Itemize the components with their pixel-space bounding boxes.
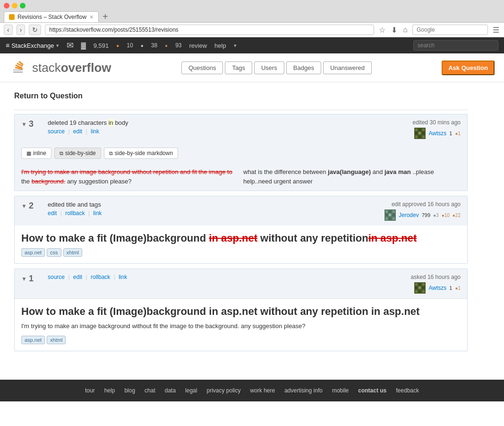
rev-1-number: ▼ 1 (21, 274, 40, 284)
rev-3-author-link[interactable]: Awtszs (428, 130, 446, 137)
reload-button[interactable]: ↻ (29, 25, 41, 35)
right-text-4: and (373, 168, 384, 175)
browser-search-input[interactable] (412, 25, 488, 35)
footer-chat[interactable]: chat (145, 387, 155, 394)
rev-2-content: edited title and tags edit | rollback | … (48, 201, 384, 217)
footer-advertising[interactable]: advertising info (284, 387, 323, 394)
inline-btn[interactable]: ▦ inline (21, 148, 51, 159)
right-java1: java(language) (328, 168, 371, 175)
svg-rect-0 (13, 71, 23, 73)
rev-3-source-link[interactable]: source (48, 128, 65, 135)
svg-rect-12 (422, 132, 425, 134)
rev-2-avatar (384, 209, 396, 221)
rev-1-link-link[interactable]: link (119, 274, 127, 280)
right-text-1: what is (243, 168, 262, 175)
footer-tour[interactable]: tour (85, 387, 95, 394)
svg-rect-27 (415, 283, 418, 286)
url-bar[interactable] (45, 25, 374, 35)
rev-1-avatar (414, 282, 426, 294)
active-tab[interactable]: Revisions – Stack Overflow ✕ (4, 11, 99, 22)
svg-rect-29 (422, 283, 425, 286)
home-icon[interactable]: ⌂ (402, 26, 409, 34)
tags-nav-btn[interactable]: Tags (225, 61, 252, 74)
footer-legal[interactable]: legal (185, 387, 197, 394)
rev-1-tag-aspnet[interactable]: asp.net (21, 336, 45, 344)
tag-aspnet[interactable]: asp.net (21, 248, 45, 257)
rev-1-edit-link[interactable]: edit (73, 274, 82, 280)
rev-2-author-link[interactable]: Jerodev (399, 212, 419, 218)
badges-nav-btn[interactable]: Badges (286, 61, 321, 74)
forward-button[interactable]: › (17, 25, 26, 35)
rev-1-tags: asp.net xhtml (21, 336, 461, 344)
ask-question-button[interactable]: Ask Question (442, 61, 495, 75)
rev-2-edit-link[interactable]: edit (48, 210, 57, 217)
so-nav: Questions Tags Users Badges Unanswered (181, 61, 372, 74)
footer-help[interactable]: help (104, 387, 115, 394)
help-dropdown-icon[interactable]: ▾ (234, 43, 237, 49)
rev-2-rollback-link[interactable]: rollback (65, 210, 85, 217)
tab-close-button[interactable]: ✕ (89, 14, 94, 20)
footer-contact[interactable]: contact us (358, 387, 386, 394)
rev-3-edit-link[interactable]: edit (73, 128, 82, 135)
rev-2-title-mid: without any repetition (257, 232, 368, 244)
rev-2-bronze2: ●22 (453, 213, 461, 218)
achievements-icon[interactable]: ▓ (81, 42, 86, 49)
se-dropdown-icon[interactable]: ▾ (56, 43, 59, 49)
rev-1-tag-xhtml[interactable]: xhtml (47, 336, 66, 344)
back-button[interactable]: ‹ (4, 25, 13, 35)
svg-rect-8 (419, 129, 421, 131)
minimize-dot[interactable] (12, 3, 17, 9)
so-logo-text: stackoverflow (32, 61, 111, 75)
rev-1-author-block: Awtszs 1 ●1 (411, 282, 461, 294)
close-dot[interactable] (4, 3, 9, 9)
users-nav-btn[interactable]: Users (254, 61, 284, 74)
rev-1-arrow: ▼ (21, 276, 27, 282)
review-link[interactable]: review (189, 42, 207, 49)
side-by-side-btn[interactable]: ⧉ side-by-side (54, 148, 101, 159)
right-text-3: difference between (274, 168, 328, 175)
browser-chrome: Revisions – Stack Overflow ✕ + ‹ › ↻ ☆ ⬇… (0, 0, 504, 37)
tag-xhtml[interactable]: xhtml (63, 248, 82, 257)
return-to-question-link[interactable]: Return to Question (14, 92, 468, 100)
rev-1-meta: asked 16 hours ago Awtszs (411, 274, 461, 294)
svg-rect-17 (385, 210, 388, 213)
footer-privacy[interactable]: privacy policy (206, 387, 240, 394)
rev-2-link-link[interactable]: link (93, 210, 102, 217)
se-search-input[interactable] (413, 40, 498, 51)
rev-1-rollback-link[interactable]: rollback (91, 274, 110, 280)
menu-icon[interactable]: ☰ (492, 26, 500, 35)
bronze-dot: ● (165, 43, 168, 48)
rev-1-title: How to make a fit (Image)background in a… (21, 305, 461, 318)
maximize-dot[interactable] (20, 3, 26, 9)
rev-3-avatar (414, 128, 426, 139)
revision-1-block: ▼ 1 source | edit | rollback | link aske… (14, 269, 468, 351)
download-icon[interactable]: ⬇ (390, 26, 398, 35)
stackexchange-logo[interactable]: ≡ StackExchange ▾ (6, 42, 59, 49)
rev-2-sep1: | (60, 210, 62, 217)
svg-rect-11 (419, 132, 421, 134)
unanswered-nav-btn[interactable]: Unanswered (323, 61, 372, 74)
footer-work[interactable]: work here (250, 387, 275, 394)
footer-data[interactable]: data (165, 387, 176, 394)
bookmark-icon[interactable]: ☆ (378, 26, 386, 35)
new-tab-button[interactable]: + (103, 11, 108, 22)
tag-css[interactable]: css (47, 248, 61, 257)
inline-icon: ▦ (26, 150, 31, 156)
rev-1-author-link[interactable]: Awtszs (428, 285, 446, 291)
inbox-icon[interactable]: ✉ (67, 40, 74, 51)
help-link[interactable]: help (214, 42, 226, 49)
rev-3-link-link[interactable]: link (91, 128, 99, 135)
rev-3-arrow: ▼ (21, 121, 27, 128)
footer-blog[interactable]: blog (124, 387, 135, 394)
svg-rect-13 (415, 136, 418, 138)
normal-text-1: the (21, 178, 32, 185)
questions-nav-btn[interactable]: Questions (181, 61, 223, 74)
side-by-side-md-btn[interactable]: ⧉ side-by-side markdown (104, 148, 178, 159)
rev-2-title-del2: in asp.net (368, 232, 417, 244)
footer-mobile[interactable]: mobile (332, 387, 349, 394)
rev-1-source-link[interactable]: source (48, 274, 65, 280)
rev-2-number: ▼ 2 (21, 201, 40, 211)
rev-2-title-del1: in asp.net (209, 232, 257, 244)
footer-feedback[interactable]: feedback (396, 387, 419, 394)
rev-2-author-block: Jerodev 799 ●3 ●10 ●22 (384, 209, 461, 221)
